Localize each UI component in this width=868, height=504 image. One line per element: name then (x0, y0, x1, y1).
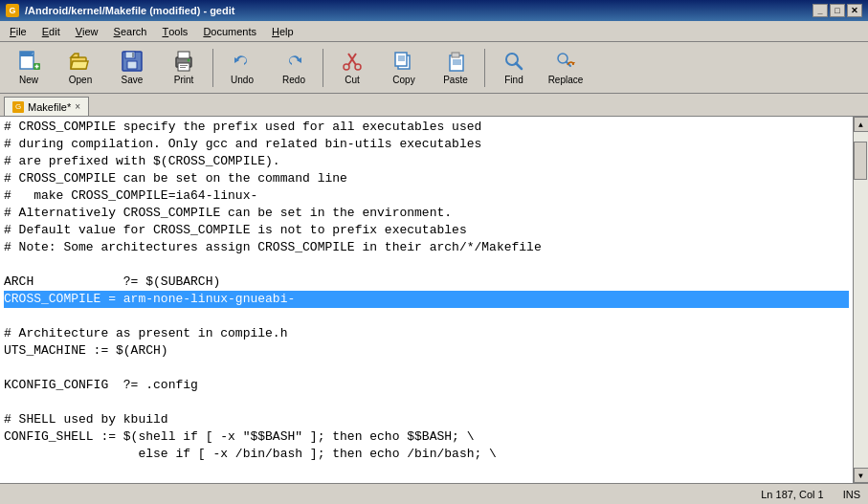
find-icon (502, 50, 525, 73)
redo-button[interactable]: Redo (269, 45, 319, 91)
menu-documents[interactable]: Documents (195, 21, 264, 41)
window-controls: _ □ ✕ (812, 4, 862, 17)
menu-file[interactable]: File (2, 21, 34, 41)
svg-rect-25 (395, 53, 407, 66)
find-label: Find (504, 75, 523, 85)
cut-icon (341, 50, 364, 73)
scroll-track[interactable] (854, 132, 868, 468)
undo-button[interactable]: Undo (217, 45, 267, 91)
undo-label: Undo (231, 75, 254, 85)
scroll-down-button[interactable]: ▼ (854, 468, 869, 483)
close-button[interactable]: ✕ (847, 4, 862, 17)
open-icon (69, 50, 92, 73)
cursor-position: Ln 187, Col 1 (761, 489, 823, 500)
replace-label: Replace (548, 75, 584, 85)
tab-bar: G Makefile* × (0, 94, 868, 117)
app-icon: G (6, 4, 19, 17)
paste-label: Paste (443, 75, 468, 85)
save-icon (121, 50, 144, 73)
svg-marker-38 (571, 62, 575, 65)
insert-mode: INS (843, 489, 860, 500)
menu-view[interactable]: View (68, 21, 106, 41)
title-bar: G /Android/kernel/Makefile (modified) - … (0, 0, 868, 21)
svg-rect-10 (127, 61, 137, 69)
svg-line-35 (516, 63, 522, 69)
cut-label: Cut (345, 75, 360, 85)
toolbar-sep-3 (484, 49, 485, 87)
toolbar-sep-1 (212, 49, 213, 87)
svg-rect-11 (132, 53, 134, 57)
new-button[interactable]: New (4, 45, 54, 91)
svg-rect-16 (180, 67, 186, 68)
open-label: Open (69, 75, 92, 85)
save-label: Save (122, 75, 144, 85)
replace-icon (554, 50, 577, 73)
menu-search[interactable]: Search (106, 21, 155, 41)
tab-file-icon: G (12, 101, 24, 113)
maximize-button[interactable]: □ (830, 4, 845, 17)
menu-bar: File Edit View Search Tools Documents He… (0, 21, 868, 42)
window-title: /Android/kernel/Makefile (modified) - ge… (25, 5, 234, 16)
editor-content[interactable]: # CROSS_COMPILE specify the prefix used … (0, 117, 853, 483)
scrollbar[interactable]: ▲ ▼ (853, 117, 868, 483)
scroll-thumb[interactable] (854, 142, 867, 180)
replace-button[interactable]: Replace (541, 45, 590, 91)
new-label: New (19, 75, 38, 85)
svg-rect-13 (178, 52, 189, 58)
status-bar: Ln 187, Col 1 INS (0, 483, 868, 504)
new-icon (17, 50, 40, 73)
menu-tools[interactable]: Tools (154, 21, 195, 41)
print-label: Print (174, 75, 194, 85)
svg-rect-15 (180, 65, 188, 66)
menu-edit[interactable]: Edit (34, 21, 68, 41)
copy-label: Copy (392, 75, 414, 85)
open-button[interactable]: Open (56, 45, 105, 91)
find-button[interactable]: Find (489, 45, 539, 91)
tab-close-button[interactable]: × (75, 101, 80, 112)
menu-help[interactable]: Help (264, 21, 301, 41)
svg-point-23 (355, 64, 361, 70)
svg-point-22 (344, 64, 349, 70)
scroll-up-button[interactable]: ▲ (854, 117, 869, 132)
print-icon (172, 50, 195, 73)
print-button[interactable]: Print (159, 45, 209, 91)
undo-icon (231, 50, 254, 73)
redo-label: Redo (282, 75, 305, 85)
svg-rect-30 (452, 53, 459, 57)
tab-label: Makefile* (28, 101, 71, 113)
tab-makefile[interactable]: G Makefile* × (4, 97, 89, 116)
minimize-button[interactable]: _ (812, 4, 828, 17)
toolbar: New Open Save (0, 42, 868, 94)
redo-icon (282, 50, 305, 73)
copy-button[interactable]: Copy (379, 45, 429, 91)
save-button[interactable]: Save (107, 45, 157, 91)
svg-point-17 (188, 59, 190, 62)
cut-button[interactable]: Cut (327, 45, 377, 91)
copy-icon (392, 50, 415, 73)
toolbar-sep-2 (323, 49, 323, 87)
paste-button[interactable]: Paste (431, 45, 480, 91)
editor-container: # CROSS_COMPILE specify the prefix used … (0, 117, 868, 483)
paste-icon (444, 50, 467, 73)
